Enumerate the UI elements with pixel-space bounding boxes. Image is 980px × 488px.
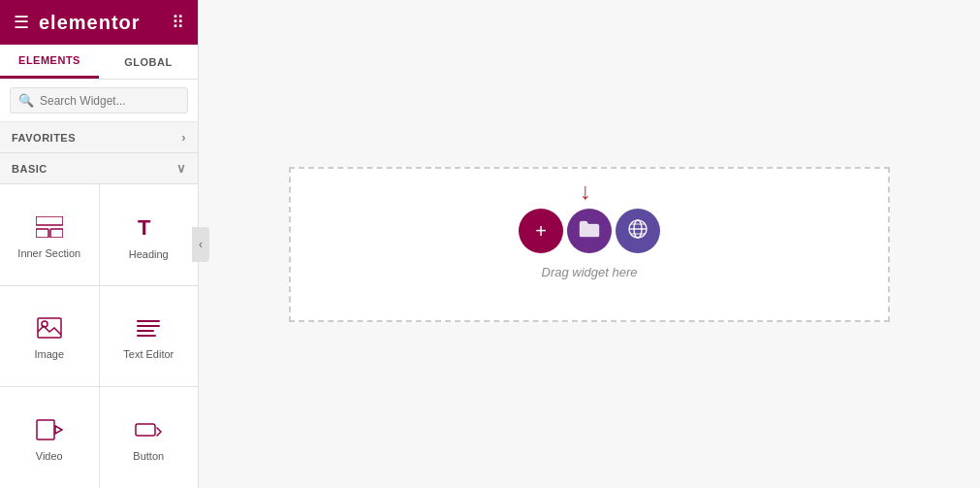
- text-editor-icon: [136, 317, 161, 342]
- drop-label: Drag widget here: [542, 265, 638, 279]
- main-canvas: ↓ +: [199, 0, 980, 488]
- button-icon: [135, 419, 162, 444]
- inner-section-icon: [36, 216, 63, 242]
- tab-global[interactable]: GLOBAL: [99, 45, 198, 79]
- video-icon: [36, 419, 63, 444]
- tab-elements[interactable]: ELEMENTS: [0, 45, 99, 79]
- widget-button[interactable]: Button: [100, 387, 199, 488]
- widget-heading[interactable]: T Heading: [100, 184, 199, 285]
- svg-rect-10: [37, 420, 54, 439]
- favorites-label: FAVORITES: [12, 132, 76, 144]
- text-editor-label: Text Editor: [123, 348, 174, 360]
- folder-button[interactable]: [567, 209, 612, 253]
- widget-text-editor[interactable]: Text Editor: [100, 286, 199, 387]
- collapse-sidebar-button[interactable]: ‹: [192, 227, 209, 262]
- widget-button-ctrl[interactable]: [616, 209, 660, 253]
- heading-label: Heading: [129, 248, 169, 260]
- search-input-wrap: 🔍: [10, 87, 188, 114]
- hamburger-icon[interactable]: ☰: [14, 12, 29, 33]
- widget-image[interactable]: Image: [0, 286, 99, 387]
- tabs-row: ELEMENTS GLOBAL: [0, 45, 198, 80]
- svg-text:T: T: [138, 215, 151, 239]
- sidebar: ☰ elementor ⠿ ELEMENTS GLOBAL 🔍 FAVORITE…: [0, 0, 199, 488]
- svg-rect-12: [136, 424, 155, 436]
- inner-section-label: Inner Section: [17, 247, 80, 259]
- video-label: Video: [36, 450, 63, 462]
- controls-row: ↓ +: [519, 209, 660, 253]
- heading-icon: T: [136, 215, 161, 243]
- image-icon: [37, 317, 62, 342]
- drop-zone: ↓ +: [289, 167, 890, 322]
- elementor-logo: elementor: [39, 12, 141, 34]
- add-section-button[interactable]: +: [519, 209, 563, 253]
- favorites-chevron-icon: ›: [181, 130, 186, 145]
- red-arrow-icon: ↓: [580, 178, 591, 204]
- basic-label: BASIC: [12, 163, 47, 175]
- sidebar-header: ☰ elementor ⠿: [0, 0, 198, 45]
- svg-rect-2: [50, 229, 63, 238]
- image-label: Image: [34, 348, 64, 360]
- button-label: Button: [133, 450, 164, 462]
- search-row: 🔍: [0, 80, 198, 122]
- folder-icon: [579, 220, 600, 243]
- plus-icon: +: [535, 220, 547, 243]
- widget-video[interactable]: Video: [0, 387, 99, 488]
- search-icon: 🔍: [18, 93, 34, 108]
- grid-icon[interactable]: ⠿: [172, 12, 184, 33]
- svg-marker-11: [55, 426, 62, 434]
- globe-icon: [627, 218, 648, 244]
- favorites-section-header[interactable]: FAVORITES ›: [0, 122, 198, 153]
- widgets-grid: Inner Section T Heading Image: [0, 184, 198, 488]
- widget-inner-section[interactable]: Inner Section: [0, 184, 99, 285]
- search-input[interactable]: [40, 94, 179, 108]
- basic-chevron-icon: ∨: [176, 161, 187, 176]
- svg-rect-1: [36, 229, 48, 238]
- basic-section-header[interactable]: BASIC ∨: [0, 153, 198, 184]
- svg-rect-0: [36, 216, 63, 225]
